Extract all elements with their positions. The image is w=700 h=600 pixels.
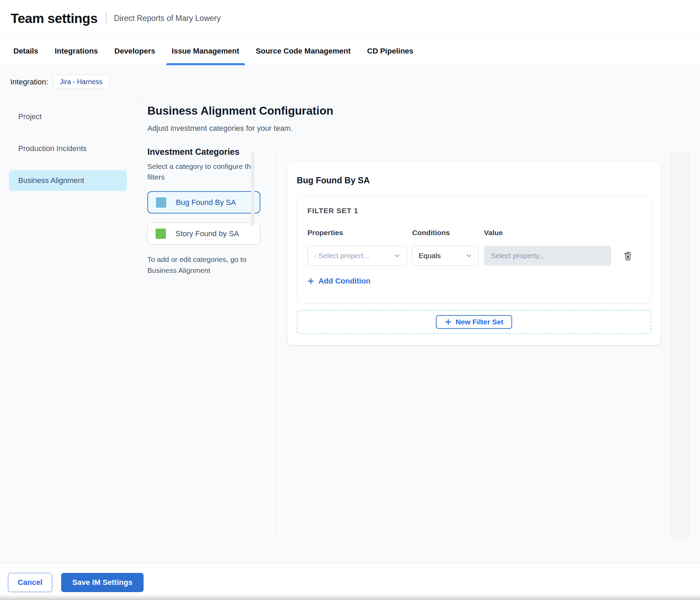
integration-badge[interactable]: Jira - Harness bbox=[53, 75, 109, 89]
new-filter-set-zone: New Filter Set bbox=[297, 310, 651, 334]
integration-label: Integration: bbox=[10, 78, 48, 86]
tab-bar: Details Integrations Developers Issue Ma… bbox=[0, 37, 700, 65]
category-list-scrollbar[interactable] bbox=[251, 152, 255, 226]
plus-icon bbox=[445, 319, 452, 325]
new-filter-set-button[interactable]: New Filter Set bbox=[436, 315, 512, 329]
tab-issue-management[interactable]: Issue Management bbox=[172, 37, 239, 65]
new-filter-set-label: New Filter Set bbox=[456, 318, 504, 326]
sidebar-item-project[interactable]: Project bbox=[9, 106, 127, 127]
properties-select[interactable]: - Select propert... bbox=[307, 246, 407, 266]
tab-cd-pipelines[interactable]: CD Pipelines bbox=[367, 37, 413, 65]
settings-sidebar: Project Production Incidents Business Al… bbox=[0, 99, 137, 539]
workspace: Project Production Incidents Business Al… bbox=[0, 99, 700, 539]
category-story-found-by-sa[interactable]: Story Found by SA bbox=[147, 222, 260, 245]
category-config-card: Bug Found By SA FILTER SET 1 Properties … bbox=[287, 162, 661, 345]
bottom-edge-shadow bbox=[0, 595, 700, 600]
category-color-swatch bbox=[156, 197, 166, 208]
section-title: Business Alignment Configuration bbox=[147, 104, 333, 117]
save-im-settings-button[interactable]: Save IM Settings bbox=[61, 573, 144, 592]
value-input[interactable] bbox=[484, 246, 611, 266]
tab-source-code-management[interactable]: Source Code Management bbox=[256, 37, 351, 65]
chevron-down-icon bbox=[393, 252, 401, 259]
section-subtitle: Adjust investment categories for your te… bbox=[147, 124, 293, 133]
plus-icon bbox=[307, 278, 314, 285]
investment-categories-panel: Investment Categories Select a category … bbox=[147, 147, 268, 276]
categories-title: Investment Categories bbox=[147, 147, 268, 157]
tab-integrations[interactable]: Integrations bbox=[55, 37, 98, 65]
filter-set-title: FILTER SET 1 bbox=[307, 207, 641, 215]
page-subtitle: Direct Reports of Mary Lowery bbox=[114, 14, 221, 23]
category-label: Story Found by SA bbox=[176, 229, 239, 238]
team-settings-page: Team settings Direct Reports of Mary Low… bbox=[0, 0, 700, 600]
delete-condition-button[interactable] bbox=[623, 250, 633, 261]
tab-developers[interactable]: Developers bbox=[114, 37, 155, 65]
config-card-title: Bug Found By SA bbox=[297, 175, 651, 185]
header: Team settings Direct Reports of Mary Low… bbox=[0, 0, 700, 37]
conditions-select-value: Equals bbox=[419, 252, 441, 260]
cancel-button[interactable]: Cancel bbox=[8, 573, 52, 592]
filter-columns-header: Properties Conditions Value bbox=[307, 229, 641, 237]
properties-column-label: Properties bbox=[307, 229, 412, 237]
integration-bar: Integration: Jira - Harness bbox=[0, 65, 700, 99]
conditions-column-label: Conditions bbox=[412, 229, 484, 237]
categories-note: To add or edit categories, go to Busines… bbox=[147, 254, 261, 276]
main-panel: Business Alignment Configuration Adjust … bbox=[137, 99, 700, 539]
trash-icon bbox=[623, 250, 633, 261]
conditions-select[interactable]: Equals bbox=[412, 246, 478, 266]
page-vertical-scrollbar[interactable] bbox=[680, 152, 690, 539]
add-condition-label: Add Condition bbox=[318, 277, 371, 286]
chevron-down-icon bbox=[465, 252, 473, 259]
page-title: Team settings bbox=[11, 11, 98, 26]
properties-select-value: - Select propert... bbox=[314, 252, 369, 260]
category-label: Bug Found By SA bbox=[176, 198, 236, 207]
categories-hint: Select a category to configure the filte… bbox=[147, 161, 268, 182]
title-separator bbox=[106, 12, 106, 25]
sidebar-item-production-incidents[interactable]: Production Incidents bbox=[9, 138, 127, 159]
inner-vertical-scrollbar[interactable] bbox=[671, 152, 679, 539]
add-condition-button[interactable]: Add Condition bbox=[307, 277, 371, 286]
column-divider bbox=[276, 152, 276, 539]
filter-condition-row: - Select propert... Equals bbox=[307, 246, 641, 266]
filter-set-box: FILTER SET 1 Properties Conditions Value… bbox=[297, 197, 651, 304]
sidebar-item-business-alignment[interactable]: Business Alignment bbox=[9, 170, 127, 191]
tab-details[interactable]: Details bbox=[13, 37, 38, 65]
category-bug-found-by-sa[interactable]: Bug Found By SA bbox=[147, 191, 260, 214]
value-column-label: Value bbox=[484, 229, 622, 237]
category-color-swatch bbox=[156, 229, 166, 239]
content-bottom-strip bbox=[0, 539, 700, 564]
